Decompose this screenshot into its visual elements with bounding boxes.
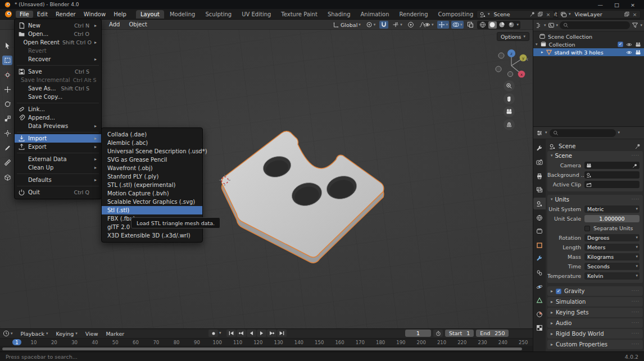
file-menu-item-append[interactable]: Append... xyxy=(15,113,101,122)
tool-cursor[interactable] xyxy=(2,70,12,80)
collection-checkbox[interactable]: ✓ xyxy=(618,42,623,47)
timeline-editor-type[interactable]: ▾ xyxy=(3,330,13,337)
file-menu-item-import[interactable]: Import▸ xyxy=(15,134,101,143)
prev-keyframe-button[interactable] xyxy=(237,330,246,337)
maximize-button[interactable]: □ xyxy=(614,2,619,8)
new-scene-icon[interactable] xyxy=(537,11,543,17)
properties-tab-tool[interactable] xyxy=(533,143,546,154)
blender-app-menu-icon[interactable] xyxy=(4,10,12,18)
tab-animation[interactable]: Animation xyxy=(356,10,394,19)
pin-icon[interactable] xyxy=(634,143,641,150)
length-dropdown[interactable]: Meters▾ xyxy=(584,244,640,251)
gravity-checkbox[interactable]: ✓ xyxy=(556,289,561,294)
panel-keying-sets[interactable]: ▸Keying Sets···· xyxy=(547,308,643,317)
outliner-row-collection[interactable]: ▾ Collection ✓ xyxy=(533,40,644,48)
properties-tab-world[interactable] xyxy=(533,212,546,223)
snap-with-dropdown[interactable]: ▾ xyxy=(391,21,403,29)
panel-grip[interactable]: ···· xyxy=(632,342,640,347)
import-menu-item-collada-dae[interactable]: Collada (.dae) xyxy=(102,130,202,139)
properties-tab-material[interactable] xyxy=(533,308,546,320)
panel-audio[interactable]: ▸Audio···· xyxy=(547,318,643,328)
viewlayer-browse-caret[interactable]: ▾ xyxy=(569,12,571,16)
timeline-menu-playback[interactable]: Playback▾ xyxy=(17,330,52,337)
model-stand-with-3-holes[interactable] xyxy=(212,125,392,265)
menubar-item-file[interactable]: File xyxy=(16,11,33,18)
file-menu-item-quit[interactable]: QuitCtrl Q xyxy=(15,188,101,197)
import-menu-item-svg-as-grease-pencil[interactable]: SVG as Grease Pencil xyxy=(102,156,202,164)
tab-shading[interactable]: Shading xyxy=(323,10,355,19)
next-keyframe-button[interactable] xyxy=(267,330,276,337)
file-menu-item-new[interactable]: NewCtrl N▸ xyxy=(15,21,101,30)
scene-browse-caret[interactable]: ▾ xyxy=(488,12,490,16)
keying-popover-button[interactable] xyxy=(433,330,443,337)
file-menu-item-save-as[interactable]: Save As...Shift Ctrl S xyxy=(15,84,101,93)
properties-tab-texture[interactable] xyxy=(533,322,546,334)
delete-scene-icon[interactable]: × xyxy=(545,11,551,17)
units-panel-header[interactable]: ▾ Units ···· xyxy=(547,195,643,204)
start-frame-field[interactable]: Start 1 xyxy=(445,330,474,337)
playhead[interactable]: 1 xyxy=(12,339,21,345)
properties-tab-output[interactable] xyxy=(533,170,546,182)
outliner-row-scene-collection[interactable]: Scene Collection xyxy=(533,33,644,40)
import-menu-item-stl-stl[interactable]: Stl (.stl) xyxy=(102,206,202,214)
auto-key-caret[interactable]: ▾ xyxy=(219,331,221,335)
outliner-filter-type-caret[interactable]: ▾ xyxy=(556,24,559,28)
properties-tab-object[interactable] xyxy=(533,239,546,251)
background--field[interactable] xyxy=(584,171,640,179)
menubar-item-edit[interactable]: Edit xyxy=(33,11,52,18)
scene-name[interactable]: Scene xyxy=(492,11,528,17)
shading-material-button[interactable] xyxy=(498,21,506,29)
panel-grip[interactable]: ···· xyxy=(632,331,640,336)
tab-layout[interactable]: Layout xyxy=(136,10,164,19)
visibility-dropdown[interactable]: ▾ xyxy=(423,21,435,29)
properties-tab-render[interactable] xyxy=(533,157,546,168)
import-menu-item-stl-stl-experimental[interactable]: STL (.stl) (experimental) xyxy=(102,181,202,189)
tab-compositing[interactable]: Compositing xyxy=(434,10,478,19)
camera-icon[interactable] xyxy=(635,42,641,48)
properties-editor-icon[interactable] xyxy=(536,130,543,136)
jump-end-button[interactable] xyxy=(277,330,287,337)
end-frame-field[interactable]: End 250 xyxy=(476,330,509,337)
options-button[interactable]: Options ▾ xyxy=(497,32,529,41)
jump-start-button[interactable] xyxy=(226,330,236,337)
scrollbar-thumb[interactable] xyxy=(2,348,522,350)
properties-tab-collection[interactable] xyxy=(533,226,546,237)
panel-grip[interactable]: ···· xyxy=(632,310,640,315)
file-menu-item-link[interactable]: Link... xyxy=(15,105,101,113)
temperature-dropdown[interactable]: Kelvin▾ xyxy=(584,272,640,280)
orientation-dropdown[interactable]: Global ▾ xyxy=(332,21,362,29)
panel-grip[interactable]: ···· xyxy=(632,197,640,202)
play-button[interactable] xyxy=(257,330,266,337)
camera-view-button[interactable] xyxy=(504,106,515,117)
rotation-dropdown[interactable]: Degrees▾ xyxy=(584,234,640,241)
shading-rendered-button[interactable] xyxy=(507,21,516,29)
filter-caret[interactable]: ▾ xyxy=(640,24,642,28)
tool-scale[interactable] xyxy=(2,114,12,124)
file-menu-item-save[interactable]: SaveCtrl S xyxy=(15,67,101,76)
timeline-ruler[interactable]: 1 10203040506070809010011012013014015016… xyxy=(0,338,533,346)
pivot-dropdown[interactable]: ▾ xyxy=(365,21,377,29)
outliner-filter-type-icon[interactable] xyxy=(548,22,555,29)
file-menu-item-clean-up[interactable]: Clean Up▸ xyxy=(15,163,101,172)
expand-caret-icon[interactable]: ▸ xyxy=(541,50,543,54)
outliner-editor-icon[interactable] xyxy=(536,22,542,29)
eye-icon[interactable] xyxy=(626,49,632,56)
import-menu-item-motion-capture-bvh[interactable]: Motion Capture (.bvh) xyxy=(102,189,202,198)
tool-tweak[interactable] xyxy=(2,41,12,51)
separate-units-checkbox[interactable] xyxy=(584,226,590,231)
shading-dropdown-caret[interactable]: ▾ xyxy=(517,23,519,27)
overlays-toggle[interactable]: ▾ xyxy=(451,21,464,29)
menubar-item-render[interactable]: Render xyxy=(52,11,80,18)
timeline-menu-keying[interactable]: Keying▾ xyxy=(52,330,80,337)
camera-icon[interactable] xyxy=(635,49,641,56)
zoom-button[interactable] xyxy=(504,80,515,92)
import-menu-item-stanford-ply-ply[interactable]: Stanford PLY (.ply) xyxy=(102,172,202,181)
scene-panel-header[interactable]: ▾ Scene ···· xyxy=(547,151,643,161)
panel-grip[interactable]: ···· xyxy=(632,299,640,304)
file-menu-item-recover[interactable]: Recover▸ xyxy=(15,55,101,63)
outliner-search-input[interactable] xyxy=(560,21,630,29)
properties-tab-view-layer[interactable] xyxy=(533,184,546,196)
proportional-edit-toggle[interactable] xyxy=(406,21,415,29)
panel-gravity[interactable]: ▸✓Gravity···· xyxy=(547,286,643,296)
mass-dropdown[interactable]: Kilograms▾ xyxy=(584,253,640,261)
